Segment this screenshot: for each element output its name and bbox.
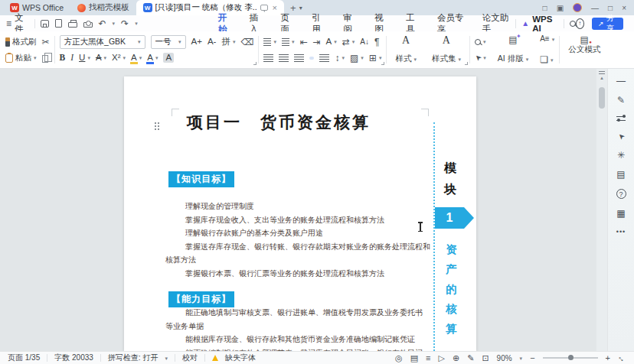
outline-view-icon[interactable]: ≡: [426, 354, 430, 362]
page-view-icon[interactable]: ▤: [410, 354, 418, 362]
sort-button[interactable]: A↓: [360, 38, 369, 46]
indent-icon[interactable]: ⇥: [313, 37, 321, 47]
style-set-button[interactable]: A 样式集▾: [428, 34, 465, 65]
collapse-rail-icon[interactable]: —: [616, 76, 626, 86]
styles-dialog-launcher[interactable]: [465, 62, 468, 65]
justify-button-active[interactable]: [309, 57, 314, 60]
zoom-caret-icon[interactable]: ▾: [520, 356, 523, 361]
help-icon[interactable]: ?: [616, 189, 626, 199]
copy-icon[interactable]: [42, 55, 48, 63]
user-avatar[interactable]: [573, 3, 582, 12]
borders-button[interactable]: ⊞▾: [369, 54, 382, 63]
restore-button[interactable]: □: [608, 4, 613, 12]
fullscreen-icon[interactable]: ↔: [616, 352, 628, 364]
line-spacing-button[interactable]: ↕▾: [335, 54, 345, 63]
undo-caret-icon[interactable]: ▾: [113, 21, 116, 26]
format-painter-button[interactable]: 格式刷: [5, 37, 37, 47]
align-right-icon[interactable]: [294, 54, 304, 62]
pointer-tool-icon[interactable]: ➤: [616, 132, 626, 142]
save-icon[interactable]: [41, 20, 49, 28]
zoom-slider[interactable]: [543, 357, 598, 359]
document-canvas[interactable]: 项目一 货币资金核算 【知识目标】 理解现金的管理制度 掌握库存现金收入、支出等…: [0, 69, 607, 351]
web-view-icon[interactable]: ⊕: [453, 354, 459, 362]
zoom-level[interactable]: 90%: [497, 354, 512, 362]
cut-icon[interactable]: ✂: [42, 37, 50, 47]
word-count[interactable]: 字数 20033: [54, 353, 93, 363]
spellcheck-status[interactable]: 拼写检查: 打开: [108, 353, 158, 363]
text-tool-button[interactable]: A≡▾: [540, 35, 554, 43]
vertical-scrollbar[interactable]: ▲: [596, 69, 607, 351]
export-icon[interactable]: [55, 19, 62, 28]
mini-window-icon[interactable]: □: [543, 4, 547, 12]
text-tools-subgroup: A≡▾ ❏▾: [540, 34, 554, 65]
superscript-button[interactable]: X² ▾: [112, 54, 126, 63]
highlight-button[interactable]: A ▾: [131, 54, 142, 63]
paragraph-dialog-launcher[interactable]: [381, 62, 384, 65]
more-tools-icon[interactable]: •••: [616, 228, 626, 236]
print-preview-icon[interactable]: [83, 22, 93, 28]
doc-assistant-icon[interactable]: ▤: [616, 170, 625, 179]
styles-button[interactable]: A 样式▾: [391, 34, 420, 65]
font-size-combo[interactable]: 一号 ▾: [151, 35, 186, 49]
zoom-slider-knob[interactable]: [568, 355, 574, 360]
shading-button[interactable]: ▨▾: [350, 54, 364, 63]
adjust-settings-icon[interactable]: [616, 115, 626, 122]
page-indicator[interactable]: 页面 1/35: [8, 353, 40, 363]
align-center-icon[interactable]: [279, 54, 289, 62]
text-direction-button[interactable]: ⇄▾: [342, 37, 355, 47]
wps-ai-button[interactable]: ▲ WPS AI: [521, 15, 557, 33]
print-icon[interactable]: [68, 22, 77, 28]
gov-mode-button[interactable]: ▤● 公文模式: [564, 34, 604, 56]
strikethrough-button[interactable]: A ▾: [96, 54, 106, 63]
char-scale-button[interactable]: A▾: [326, 37, 337, 47]
read-mode-icon[interactable]: ◎: [395, 354, 403, 362]
focus-mode-icon[interactable]: ⊡: [482, 354, 489, 362]
spellcheck-caret-icon[interactable]: ▾: [165, 356, 168, 361]
play-slideshow-icon[interactable]: ▷: [438, 354, 444, 362]
cloud-upload-icon[interactable]: ↑: [576, 18, 584, 29]
workspace-cube-icon[interactable]: ▣: [557, 4, 564, 12]
align-left-icon[interactable]: [263, 54, 273, 62]
selection-pane-button[interactable]: ❏▾: [540, 55, 554, 64]
grow-font-button[interactable]: A+: [191, 37, 202, 47]
zoom-out-icon[interactable]: −: [530, 354, 534, 362]
underline-button[interactable]: U ▾: [79, 54, 90, 63]
docer-icon: [77, 4, 86, 12]
fix-tools-icon[interactable]: ✳: [617, 151, 625, 160]
undo-icon[interactable]: ↶: [99, 19, 106, 28]
paragraph-mark-icon[interactable]: ¶: [374, 37, 379, 47]
quick-access-caret-icon[interactable]: ▾: [135, 21, 138, 26]
edit-mode-icon[interactable]: ✎: [467, 354, 474, 362]
distribute-icon[interactable]: [319, 54, 329, 62]
find-button[interactable]: ▾: [475, 39, 486, 45]
outdent-icon[interactable]: ⇤: [299, 37, 307, 47]
share-button[interactable]: ↗ 分享: [592, 18, 623, 30]
close-button[interactable]: ×: [622, 4, 626, 12]
proofread-button[interactable]: 校对: [182, 353, 198, 363]
font-color-button[interactable]: A ▾: [147, 54, 158, 63]
paste-button[interactable]: 粘贴 ▾: [5, 53, 37, 63]
zoom-in-icon[interactable]: +: [606, 354, 610, 362]
numbered-list-button[interactable]: ▾: [282, 38, 295, 46]
tab-docer-templates[interactable]: 找稻壳模板: [70, 0, 136, 15]
bold-button[interactable]: B: [60, 54, 66, 63]
char-shading-button[interactable]: A: [163, 53, 174, 63]
font-name-combo[interactable]: 方正大黑体_GBK ▾: [60, 35, 145, 49]
minimize-button[interactable]: —: [591, 4, 599, 12]
search-icon[interactable]: [570, 21, 576, 27]
missing-font-warning[interactable]: 缺失字体: [225, 353, 256, 363]
scrollbar-thumb[interactable]: [599, 87, 605, 109]
redo-icon[interactable]: ↷: [121, 19, 129, 28]
clear-format-icon[interactable]: ⌫: [240, 37, 253, 47]
shrink-font-button[interactable]: A-: [208, 37, 217, 47]
bullet-list-button[interactable]: ▾: [263, 38, 276, 46]
ai-layout-button[interactable]: ▤✦ AI 排版▾: [494, 34, 532, 65]
document-page[interactable]: 项目一 货币资金核算 【知识目标】 理解现金的管理制度 掌握库存现金收入、支出等…: [124, 76, 476, 351]
font-dialog-launcher[interactable]: [253, 62, 257, 65]
scroll-to-top-icon[interactable]: ▲: [599, 71, 605, 80]
italic-button[interactable]: I: [70, 54, 74, 63]
resource-panel-icon[interactable]: ▦: [616, 209, 625, 218]
select-button[interactable]: ➤▾: [475, 54, 486, 62]
annotate-pencil-icon[interactable]: ✎: [617, 96, 625, 105]
pinyin-guide-button[interactable]: 拼 ▾: [221, 37, 235, 47]
